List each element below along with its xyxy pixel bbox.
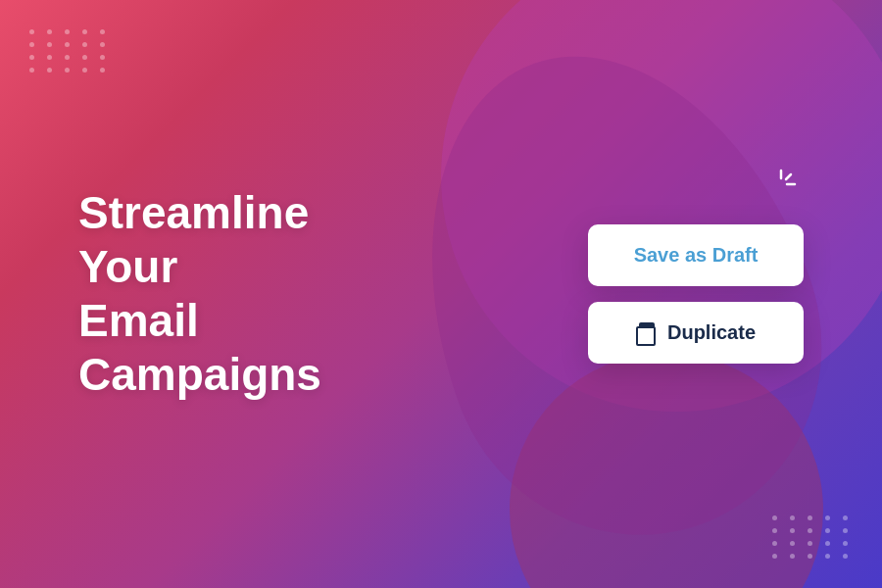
- dot: [808, 554, 812, 559]
- duplicate-label: Duplicate: [667, 321, 756, 344]
- dot: [843, 541, 848, 546]
- dot: [47, 42, 52, 47]
- dot: [772, 528, 777, 533]
- dot: [65, 29, 70, 34]
- dot: [772, 554, 777, 559]
- dot: [82, 29, 87, 34]
- dot: [808, 541, 812, 546]
- dot: [29, 68, 34, 73]
- dot: [29, 29, 34, 34]
- dot: [82, 55, 87, 60]
- dot: [772, 515, 777, 520]
- dot: [100, 29, 105, 34]
- dots-bottom-right: [772, 515, 853, 559]
- dot: [825, 528, 830, 533]
- headline-section: Streamline Your Email Campaigns: [78, 186, 412, 403]
- dot: [100, 68, 105, 73]
- dot: [825, 554, 830, 559]
- dot: [29, 42, 34, 47]
- sparkle-decoration: [763, 167, 799, 206]
- save-as-draft-button[interactable]: Save as Draft: [588, 224, 804, 286]
- dot: [65, 42, 70, 47]
- dot: [100, 55, 105, 60]
- buttons-section: Save as Draft Duplicate: [588, 224, 804, 364]
- dot: [47, 55, 52, 60]
- dot: [47, 68, 52, 73]
- dot: [825, 541, 830, 546]
- dot: [100, 42, 105, 47]
- dot: [790, 528, 795, 533]
- dot: [843, 554, 848, 559]
- duplicate-icon: [636, 322, 658, 344]
- dot: [790, 515, 795, 520]
- main-background: Streamline Your Email Campaigns Save as …: [0, 0, 882, 588]
- headline: Streamline Your Email Campaigns: [78, 186, 412, 403]
- dot: [82, 68, 87, 73]
- dots-top-left: [29, 29, 110, 73]
- dot: [843, 528, 848, 533]
- dot: [790, 541, 795, 546]
- dot: [808, 528, 812, 533]
- dot: [790, 554, 795, 559]
- dot: [825, 515, 830, 520]
- dot: [29, 55, 34, 60]
- svg-line-1: [786, 174, 791, 179]
- dot: [808, 515, 812, 520]
- dot: [772, 541, 777, 546]
- dot: [47, 29, 52, 34]
- dot: [843, 515, 848, 520]
- dot: [65, 55, 70, 60]
- dot: [82, 42, 87, 47]
- dot: [65, 68, 70, 73]
- duplicate-button[interactable]: Duplicate: [588, 302, 804, 364]
